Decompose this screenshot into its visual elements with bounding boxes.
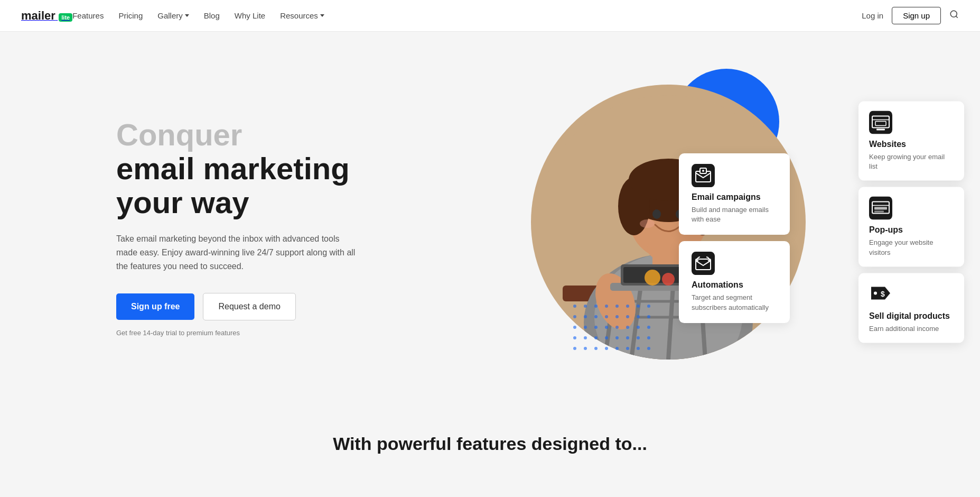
hero-content: Conquer email marketing your way Take em… xyxy=(116,118,359,337)
hero-buttons: Sign up free Request a demo xyxy=(116,293,359,320)
svg-point-0 xyxy=(950,11,957,17)
dots-pattern xyxy=(573,305,655,354)
signup-button[interactable]: Sign up xyxy=(892,7,941,24)
search-button[interactable] xyxy=(949,10,959,22)
svg-line-1 xyxy=(956,16,957,17)
nav-whylite[interactable]: Why Lite xyxy=(235,11,265,20)
logo[interactable]: mailer lite xyxy=(21,9,72,23)
popups-title: Pop-ups xyxy=(869,225,903,235)
sell-digital-desc: Earn additional income xyxy=(869,324,939,333)
hero-title: Conquer email marketing your way xyxy=(116,118,359,219)
trial-text: Get free 14-day trial to premium feature… xyxy=(116,329,359,337)
chevron-down-icon xyxy=(185,14,189,17)
svg-point-45 xyxy=(874,291,877,294)
svg-point-28 xyxy=(647,237,679,260)
feature-card-websites: Websites Keep growing your email list xyxy=(858,102,964,181)
nav-gallery[interactable]: Gallery xyxy=(157,11,189,20)
automations-desc: Target and segment subscribers automatic… xyxy=(692,293,777,312)
request-demo-button[interactable]: Request a demo xyxy=(203,293,295,320)
feature-cards-left: Email campaigns Build and manage emails … xyxy=(679,153,790,325)
svg-point-26 xyxy=(645,270,660,286)
feature-card-popups: Pop-ups Engage your website visitors xyxy=(858,187,964,266)
signup-free-button[interactable]: Sign up free xyxy=(116,293,194,320)
popups-icon xyxy=(869,197,892,220)
hero-description: Take email marketing beyond the inbox wi… xyxy=(116,232,359,274)
sell-digital-icon: $ xyxy=(869,282,892,306)
login-button[interactable]: Log in xyxy=(862,11,883,20)
email-campaigns-icon xyxy=(692,164,715,187)
logo-badge: lite xyxy=(59,13,72,22)
logo-brand: mailer xyxy=(21,9,55,22)
svg-point-18 xyxy=(652,209,661,219)
websites-desc: Keep growing your email list xyxy=(869,152,954,171)
svg-point-20 xyxy=(640,219,655,228)
nav-features[interactable]: Features xyxy=(72,11,104,20)
hero-title-line3: your way xyxy=(116,186,359,219)
automations-title: Automations xyxy=(692,280,777,290)
svg-rect-43 xyxy=(874,207,887,210)
svg-text:$: $ xyxy=(881,289,885,298)
nav-pricing[interactable]: Pricing xyxy=(118,11,143,20)
sell-digital-title: Sell digital products xyxy=(869,311,950,320)
nav-links: Features Pricing Gallery Blog Why Lite R… xyxy=(72,11,862,20)
hero-title-conquer: Conquer xyxy=(116,117,242,152)
feature-card-email-campaigns: Email campaigns Build and manage emails … xyxy=(679,153,790,235)
popups-desc: Engage your website visitors xyxy=(869,238,954,257)
feature-card-sell-digital: $ Sell digital products Earn additional … xyxy=(858,273,964,343)
nav-actions: Log in Sign up xyxy=(862,7,959,24)
svg-rect-29 xyxy=(692,164,715,187)
hero-title-line2: email marketing xyxy=(116,152,359,186)
websites-icon xyxy=(869,111,892,134)
svg-rect-33 xyxy=(692,252,715,275)
svg-point-32 xyxy=(702,170,704,172)
svg-point-27 xyxy=(662,273,675,286)
nav-resources[interactable]: Resources xyxy=(280,11,324,20)
search-icon xyxy=(949,10,959,19)
feature-card-automations: Automations Target and segment subscribe… xyxy=(679,241,790,323)
svg-rect-44 xyxy=(874,211,884,213)
email-campaigns-title: Email campaigns xyxy=(692,192,777,202)
nav-blog[interactable]: Blog xyxy=(204,11,220,20)
feature-cards-right: Websites Keep growing your email list Po… xyxy=(858,102,964,343)
websites-title: Websites xyxy=(869,140,906,149)
bottom-section: With powerful features designed to... xyxy=(0,412,980,465)
automations-icon xyxy=(692,252,715,275)
navbar: mailer lite Features Pricing Gallery Blo… xyxy=(0,0,980,32)
email-campaigns-desc: Build and manage emails with ease xyxy=(692,205,777,224)
hero-section: Conquer email marketing your way Take em… xyxy=(0,32,980,412)
chevron-down-icon xyxy=(320,14,324,17)
svg-rect-39 xyxy=(876,129,885,131)
bottom-title: With powerful features designed to... xyxy=(0,434,980,454)
hero-visual: Email campaigns Build and manage emails … xyxy=(505,37,980,407)
